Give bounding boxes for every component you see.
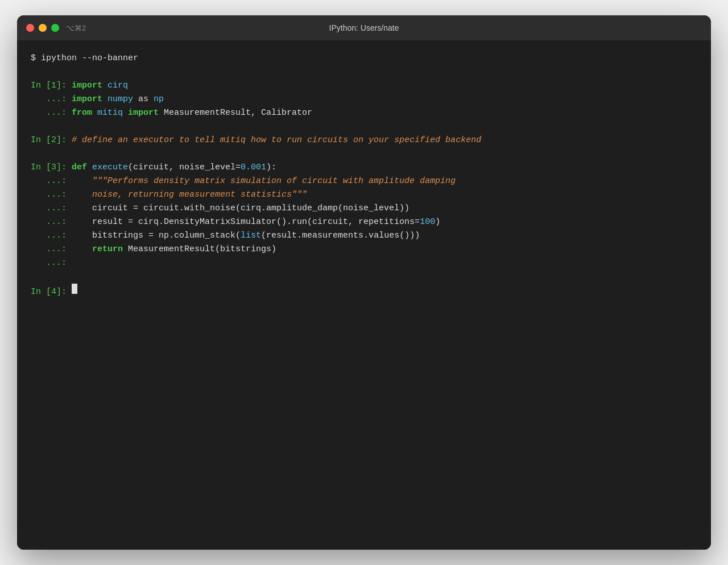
docstring-2: noise, returning measurement statistics"…: [72, 188, 307, 202]
shell-prompt: $ ipython --no-banner: [31, 52, 138, 65]
continuation-3-6: ...: return MeasurementResult(bitstrings…: [31, 243, 697, 256]
keyword-return: return: [92, 243, 123, 256]
keyboard-shortcut: ⌥⌘2: [66, 24, 86, 32]
keyword-import-2: import: [72, 93, 107, 106]
return-indent: [72, 243, 92, 256]
continuation-3-1: ...: """Performs density matrix simulati…: [31, 175, 697, 188]
prompt-cont-1-3: ...:: [31, 106, 72, 120]
return-value: MeasurementResult(bitstrings): [123, 243, 276, 256]
comment-executor: # define an executor to tell mitiq how t…: [72, 134, 481, 147]
result-run-close: ): [435, 215, 440, 229]
minimize-button[interactable]: [39, 24, 47, 32]
prompt-4: In [4]:: [31, 285, 72, 299]
prompt-cont-1-2: ...:: [31, 93, 72, 106]
window-title: IPython: Users/nate: [329, 23, 399, 32]
module-numpy: numpy: [107, 93, 138, 106]
module-cirq: cirq: [107, 79, 128, 93]
keyword-def: def: [72, 161, 92, 175]
prompt-1: In [1]:: [31, 79, 72, 93]
keyword-from: from: [72, 106, 97, 120]
builtin-list: list: [241, 229, 261, 243]
continuation-3-7: ...:: [31, 256, 697, 270]
input-line-1: In [1]: import cirq: [31, 79, 697, 93]
docstring-1: """Performs density matrix simulation of…: [72, 175, 456, 188]
continuation-3-5: ...: bitstrings = np.column_stack(list(r…: [31, 229, 697, 243]
prompt-cont-3-3: ...:: [31, 202, 72, 215]
module-mitiq: mitiq: [97, 106, 128, 120]
bitstrings-1: bitstrings = np.column_stack(: [72, 229, 241, 243]
traffic-lights: [26, 24, 59, 32]
prompt-cont-3-2: ...:: [31, 188, 72, 202]
terminal-body[interactable]: $ ipython --no-banner In [1]: import cir…: [17, 40, 711, 550]
keyword-import-3: import: [128, 106, 159, 120]
number-repetitions: 100: [420, 215, 435, 229]
continuation-3-2: ...: noise, returning measurement statis…: [31, 188, 697, 202]
maximize-button[interactable]: [51, 24, 59, 32]
prompt-cont-3-4: ...:: [31, 215, 72, 229]
prompt-cont-3-5: ...:: [31, 229, 72, 243]
shell-prompt-line: $ ipython --no-banner: [31, 52, 697, 65]
alias-np: np: [148, 93, 164, 106]
continuation-3-3: ...: circuit = circuit.with_noise(cirq.a…: [31, 202, 697, 215]
close-button[interactable]: [26, 24, 34, 32]
input-line-3: In [3]: def execute(circuit, noise_level…: [31, 161, 697, 175]
prompt-2: In [2]:: [31, 134, 72, 147]
prompt-3: In [3]:: [31, 161, 72, 175]
continuation-1-2: ...: import numpy as np: [31, 93, 697, 106]
titlebar: ⌥⌘2 IPython: Users/nate: [17, 15, 711, 40]
continuation-3-4: ...: result = cirq.DensityMatrixSimulato…: [31, 215, 697, 229]
prompt-cont-3-6: ...:: [31, 243, 72, 256]
func-params-close: ):: [266, 161, 276, 175]
prompt-cont-3-1: ...:: [31, 175, 72, 188]
number-noise: 0.001: [241, 161, 266, 175]
terminal-window: ⌥⌘2 IPython: Users/nate $ ipython --no-b…: [17, 15, 711, 550]
keyword-as: as: [138, 93, 148, 106]
text-cursor: [72, 284, 77, 294]
func-params-open: (circuit, noise_level=: [128, 161, 241, 175]
continuation-1-3: ...: from mitiq import MeasurementResult…: [31, 106, 697, 120]
func-execute: execute: [92, 161, 128, 175]
import-names: MeasurementResult, Calibrator: [159, 106, 312, 120]
input-line-4[interactable]: In [4]:: [31, 284, 697, 299]
circuit-with-noise: circuit = circuit.with_noise(cirq.amplit…: [72, 202, 410, 215]
result-run: result = cirq.DensityMatrixSimulator().r…: [72, 215, 420, 229]
bitstrings-2: (result.measurements.values())): [261, 229, 420, 243]
input-line-2: In [2]: # define an executor to tell mit…: [31, 134, 697, 147]
keyword-import-1: import: [72, 79, 107, 93]
prompt-cont-3-7: ...:: [31, 256, 67, 270]
